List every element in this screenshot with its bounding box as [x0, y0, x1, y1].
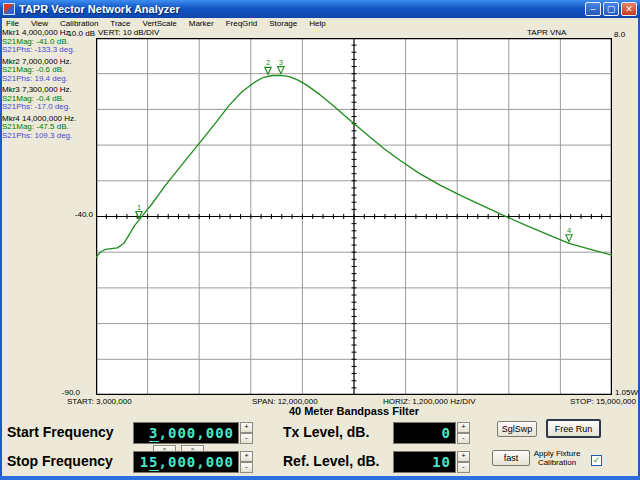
start-frequency-display[interactable]: 3,000,000	[133, 422, 239, 444]
marker4-readout: Mkr4 14,000,000 Hz. S21Mag: -47.5 dB. S2…	[2, 115, 95, 141]
marker3-phs: S21Phs: -17.0 deg.	[2, 103, 95, 112]
close-icon[interactable]: ✕	[621, 2, 637, 16]
marker4-phs: S21Phs: 109.3 deg.	[2, 132, 95, 141]
apply-fixture-label-line2: Calibration	[527, 458, 587, 467]
window-title: TAPR Vector Network Analyzer	[19, 3, 585, 15]
right-top-label: 8.0	[614, 30, 625, 39]
single-sweep-button[interactable]: SglSwp	[497, 421, 537, 437]
brand-label: TAPR VNA	[527, 28, 566, 37]
apply-fixture-label: Apply Fixture Calibration	[527, 449, 587, 467]
start-frequency-label: Start Frequency	[7, 424, 114, 440]
start-frequency-decrement-button[interactable]: -	[240, 433, 253, 444]
trace-marker-number-3: 3	[279, 58, 283, 67]
stop-frequency-decrement-button[interactable]: -	[240, 462, 253, 473]
apply-fixture-label-line1: Apply Fixture	[527, 449, 587, 458]
ref-level-decrement-button[interactable]: -	[457, 462, 470, 473]
tx-level-label: Tx Level, dB.	[283, 424, 369, 440]
app-window: TAPR Vector Network Analyzer – ▢ ✕ File …	[0, 0, 640, 480]
ref-level-display[interactable]: 10	[393, 451, 456, 473]
menu-storage[interactable]: Storage	[263, 19, 303, 28]
maximize-icon[interactable]: ▢	[603, 2, 619, 16]
menu-freqgrid[interactable]: FreqGrid	[220, 19, 264, 28]
tx-level-spinner: + -	[457, 422, 470, 444]
s21-trace-chart: 1234	[96, 38, 612, 395]
menu-marker[interactable]: Marker	[183, 19, 220, 28]
ref-level-spinner: + -	[457, 451, 470, 473]
tx-level-display[interactable]: 0	[393, 422, 456, 444]
marker2-phs: S21Phs: 19.4 deg.	[2, 75, 95, 84]
free-run-button[interactable]: Free Run	[546, 419, 601, 438]
menu-help[interactable]: Help	[303, 19, 331, 28]
tx-level-decrement-button[interactable]: -	[457, 433, 470, 444]
trace-marker-number-2: 2	[266, 58, 270, 67]
start-frequency-spinner: + -	[240, 422, 253, 444]
corner-readout-label: 1.05W	[615, 388, 638, 397]
window-border-left	[0, 18, 2, 480]
trace-marker-number-1: 1	[137, 203, 141, 212]
stop-frequency-display[interactable]: 15,000,000	[133, 451, 239, 473]
ref-level-label: Ref. Level, dB.	[283, 453, 379, 469]
window-border-bottom	[0, 476, 640, 480]
stop-frequency-label: Stop Frequency	[7, 453, 113, 469]
chart-title: 40 Meter Bandpass Filter	[96, 405, 612, 417]
y-axis-bottom-label: -90.0	[62, 388, 80, 397]
tx-level-increment-button[interactable]: +	[457, 422, 470, 433]
start-frequency-increment-button[interactable]: +	[240, 422, 253, 433]
minimize-icon[interactable]: –	[585, 2, 601, 16]
y-axis-mid-label: -40.0	[75, 210, 93, 219]
menu-vertscale[interactable]: VertScale	[137, 19, 183, 28]
stop-frequency-increment-button[interactable]: +	[240, 451, 253, 462]
marker1-phs: S21Phs: -133.3 deg.	[2, 46, 95, 55]
marker3-readout: Mkr3 7,300,000 Hz. S21Mag: -0.4 dB. S21P…	[2, 86, 95, 112]
stop-frequency-spinner: + -	[240, 451, 253, 473]
menu-calibration[interactable]: Calibration	[54, 19, 104, 28]
y-axis-top-label: 10.0 dB	[67, 29, 95, 38]
menu-trace[interactable]: Trace	[104, 19, 136, 28]
marker-readout-panel: Mkr1 4,000,000 Hz. S21Mag: -41.0 dB. S21…	[2, 29, 95, 143]
menu-file[interactable]: File	[0, 19, 25, 28]
trace-marker-number-4: 4	[567, 226, 571, 235]
fast-button[interactable]: fast	[492, 450, 530, 466]
plot-area: 1234	[96, 38, 612, 395]
marker2-readout: Mkr2 7,000,000 Hz. S21Mag: -0.6 dB. S21P…	[2, 58, 95, 84]
vertical-scale-label: VERT: 10 dB/DIV	[98, 28, 159, 37]
titlebar: TAPR Vector Network Analyzer – ▢ ✕	[0, 0, 640, 18]
menu-view[interactable]: View	[25, 19, 54, 28]
ref-level-increment-button[interactable]: +	[457, 451, 470, 462]
titlebar-buttons: – ▢ ✕	[585, 2, 637, 16]
trace-marker-4[interactable]	[566, 235, 572, 242]
apply-fixture-checkbox[interactable]: ✓	[591, 455, 602, 466]
app-icon	[3, 3, 15, 15]
trace-marker-3[interactable]	[278, 67, 284, 74]
